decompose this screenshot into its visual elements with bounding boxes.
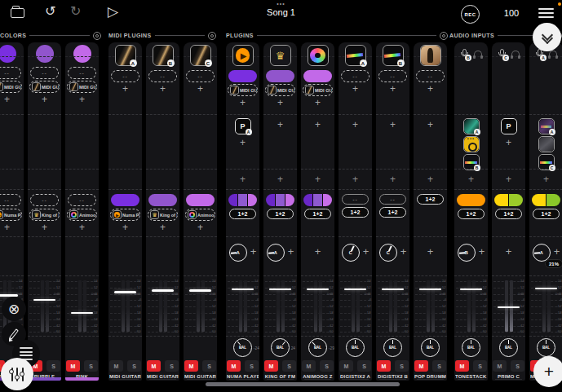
- bus-node[interactable]: --: [0, 194, 21, 206]
- mute-button[interactable]: M: [339, 360, 353, 372]
- output-node-button[interactable]: 1+2: [417, 194, 444, 205]
- send-knob[interactable]: A: [267, 244, 285, 262]
- redo-icon[interactable]: ↻: [70, 3, 81, 19]
- tempo-value[interactable]: 100: [499, 8, 524, 18]
- channel-color-dot[interactable]: [0, 45, 16, 63]
- close-circle-icon[interactable]: ⊗: [2, 297, 26, 321]
- chip-plugin-icon[interactable]: [69, 82, 78, 91]
- midi-slot[interactable]: --: [341, 70, 370, 82]
- add-send-button[interactable]: +: [554, 247, 560, 257]
- add-plugin-button[interactable]: +: [197, 84, 203, 94]
- mute-button[interactable]: M: [377, 360, 391, 372]
- mute-button[interactable]: M: [147, 360, 161, 372]
- microphone-icon[interactable]: C: [497, 49, 507, 60]
- solo-button[interactable]: S: [245, 360, 259, 372]
- output-node-button[interactable]: 1+2: [342, 207, 369, 218]
- add-plugin-button[interactable]: +: [240, 98, 246, 108]
- add-effect-button[interactable]: +: [352, 174, 358, 184]
- midi-input-chip[interactable]: MIDI GUITAR: [29, 81, 60, 93]
- output-node-button[interactable]: 1+2: [533, 209, 560, 219]
- bus-node[interactable]: [303, 194, 332, 206]
- add-effect-button[interactable]: +: [315, 174, 321, 184]
- section-collapse-icon[interactable]: [440, 32, 448, 40]
- chip-plugin-icon[interactable]: [150, 210, 159, 219]
- bus-node[interactable]: [186, 194, 215, 206]
- add-send-button[interactable]: +: [400, 247, 407, 257]
- bus-node[interactable]: --: [342, 194, 369, 205]
- midi-slot[interactable]: [266, 70, 294, 82]
- volume-fader[interactable]: [189, 289, 211, 292]
- output-node-button[interactable]: 1+2: [458, 209, 485, 219]
- solo-button[interactable]: S: [320, 360, 334, 372]
- microphone-icon[interactable]: B: [459, 49, 470, 60]
- mute-button[interactable]: M: [455, 360, 469, 372]
- mute-button[interactable]: M: [414, 360, 428, 372]
- add-send-button[interactable]: +: [250, 247, 257, 257]
- play-icon[interactable]: ▷: [108, 3, 118, 20]
- volume-fader[interactable]: [152, 289, 174, 292]
- add-plugin-button[interactable]: +: [352, 84, 358, 94]
- mute-button[interactable]: M: [302, 360, 316, 372]
- add-node-button[interactable]: +: [42, 222, 47, 232]
- chip-plugin-icon[interactable]: [32, 82, 41, 91]
- horizontal-scrollbar[interactable]: [206, 382, 400, 386]
- add-plugin-button[interactable]: +: [122, 84, 128, 94]
- bus-node[interactable]: [494, 194, 523, 206]
- bus-node[interactable]: Numa Player: [0, 209, 22, 221]
- balance-knob[interactable]: BAL: [383, 338, 402, 357]
- instrument-app-icon[interactable]: [308, 45, 329, 66]
- midi-slot[interactable]: --: [186, 70, 215, 82]
- chip-plugin-icon[interactable]: [268, 86, 277, 95]
- headphone-icon[interactable]: [511, 51, 520, 59]
- solo-button[interactable]: S: [202, 360, 216, 372]
- mute-button[interactable]: M: [66, 360, 80, 372]
- midi-slot[interactable]: [303, 70, 332, 82]
- instrument-app-icon[interactable]: B: [153, 45, 174, 66]
- send-knob[interactable]: C: [379, 244, 397, 262]
- output-node-button[interactable]: 1+2: [229, 209, 256, 219]
- add-effect-button[interactable]: +: [390, 174, 396, 184]
- headphone-icon[interactable]: [548, 51, 558, 59]
- mute-button[interactable]: M: [493, 360, 507, 372]
- bus-node[interactable]: --: [379, 194, 406, 205]
- volume-fader[interactable]: [114, 291, 136, 293]
- add-send-button[interactable]: +: [506, 247, 512, 257]
- add-insert-button[interactable]: +: [390, 120, 396, 130]
- volume-fader[interactable]: [419, 288, 441, 291]
- add-insert-button[interactable]: +: [352, 120, 358, 130]
- record-button[interactable]: REC: [461, 5, 480, 24]
- file-browser-icon[interactable]: [11, 8, 24, 18]
- mute-button[interactable]: M: [264, 360, 278, 372]
- add-plugin-button[interactable]: +: [42, 95, 47, 104]
- mixer-view-icon[interactable]: [1, 358, 33, 390]
- mute-button[interactable]: M: [184, 360, 198, 372]
- undo-icon[interactable]: ↺: [45, 3, 55, 19]
- output-node-button[interactable]: 1+2: [379, 207, 406, 218]
- solo-button[interactable]: S: [84, 360, 98, 372]
- balance-knob[interactable]: BAL: [499, 338, 518, 357]
- balance-knob[interactable]: BAL: [537, 338, 555, 357]
- output-node-button[interactable]: 1+2: [495, 209, 522, 219]
- add-plugin-button[interactable]: +: [427, 84, 433, 94]
- volume-fader[interactable]: [535, 288, 557, 290]
- bus-node[interactable]: Animoog Z: [185, 209, 215, 221]
- output-node-button[interactable]: 1+2: [267, 209, 294, 219]
- send-knob[interactable]: A: [229, 244, 247, 262]
- hamburger-menu-icon[interactable]: [538, 8, 554, 20]
- add-effect-button[interactable]: +: [468, 174, 474, 184]
- add-node-button[interactable]: +: [79, 222, 85, 232]
- volume-fader[interactable]: [344, 288, 366, 291]
- add-node-button[interactable]: +: [197, 222, 203, 232]
- add-plugin-button[interactable]: +: [160, 84, 166, 94]
- bus-node[interactable]: [148, 194, 177, 206]
- bus-node[interactable]: [111, 194, 139, 206]
- insert-plugin-icon[interactable]: [463, 136, 480, 152]
- bus-node[interactable]: [228, 194, 257, 206]
- midi-input-chip[interactable]: MIDI GUITAR: [265, 84, 295, 96]
- volume-fader[interactable]: [269, 288, 291, 291]
- instrument-app-icon[interactable]: C: [190, 45, 211, 66]
- chip-plugin-icon[interactable]: [69, 210, 78, 219]
- midi-slot[interactable]: --: [68, 67, 96, 79]
- add-effect-button[interactable]: +: [506, 174, 511, 184]
- volume-fader[interactable]: [498, 306, 520, 309]
